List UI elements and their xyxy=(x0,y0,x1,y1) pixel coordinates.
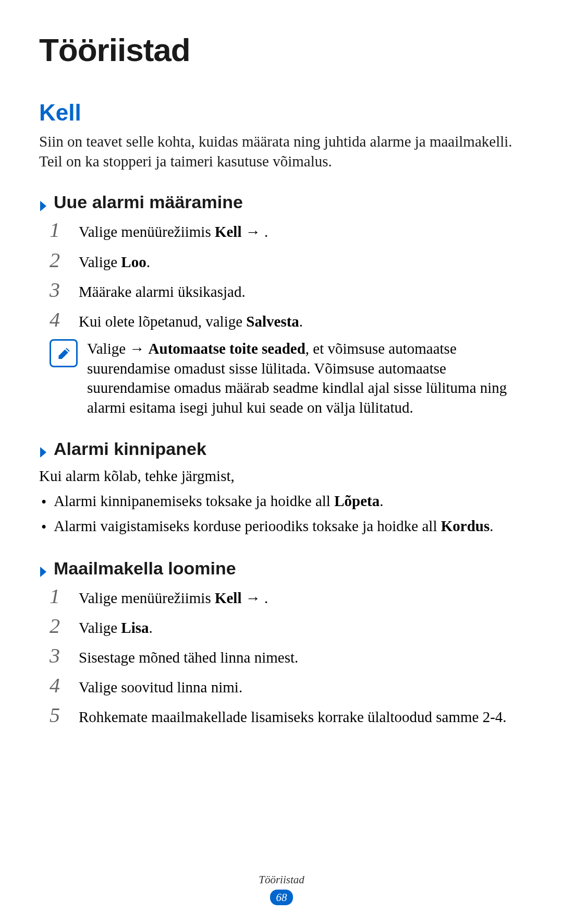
subsection-heading-text: Maailmakella loomine xyxy=(54,558,236,579)
bullet-text: Alarmi kinnipanemiseks toksake ja hoidke… xyxy=(54,491,524,511)
step-text: Sisestage mõned tähed linna nimest. xyxy=(79,645,524,668)
chevron-right-icon xyxy=(39,196,48,209)
step-item: 2 Valige Lisa. xyxy=(50,616,524,638)
step-item: 1 Valige menüürežiimis Kell → . xyxy=(50,220,524,242)
step-item: 1 Valige menüürežiimis Kell → . xyxy=(50,586,524,608)
bullet-list: • Alarmi kinnipanemiseks toksake ja hoid… xyxy=(41,491,524,537)
note-box: Valige → Automaatse toite seaded, et või… xyxy=(50,339,524,418)
subsection-heading-stop: Alarmi kinnipanek xyxy=(39,439,524,459)
step-number: 1 xyxy=(50,586,75,607)
step-item: 4 Valige soovitud linna nimi. xyxy=(50,675,524,698)
step-item: 3 Sisestage mõned tähed linna nimest. xyxy=(50,645,524,668)
step-number: 3 xyxy=(50,645,75,666)
step-number: 5 xyxy=(50,705,75,726)
step-number: 2 xyxy=(50,616,75,637)
step-item: 3 Määrake alarmi üksikasjad. xyxy=(50,280,524,302)
step-text: Valige soovitud linna nimi. xyxy=(79,675,524,698)
step-number: 1 xyxy=(50,220,75,241)
bullet-text: Alarmi vaigistamiseks korduse perioodiks… xyxy=(54,516,524,536)
step-text: Määrake alarmi üksikasjad. xyxy=(79,280,524,302)
step-text: Valige Lisa. xyxy=(79,616,524,638)
step-number: 2 xyxy=(50,250,75,271)
footer-label: Tööriistad xyxy=(0,873,563,886)
intro-text: Siin on teavet selle kohta, kuidas määra… xyxy=(39,132,524,171)
subsection-intro: Kui alarm kõlab, tehke järgmist, xyxy=(39,466,524,486)
chevron-right-icon xyxy=(39,442,48,455)
step-list-worldclock: 1 Valige menüürežiimis Kell → . 2 Valige… xyxy=(50,586,524,728)
bullet-dot-icon: • xyxy=(41,517,46,537)
section-heading: Kell xyxy=(39,100,524,126)
subsection-heading-text: Alarmi kinnipanek xyxy=(54,439,206,459)
bullet-item: • Alarmi kinnipanemiseks toksake ja hoid… xyxy=(41,491,524,512)
note-icon xyxy=(50,339,78,367)
step-item: 4 Kui olete lõpetanud, valige Salvesta. xyxy=(50,309,524,332)
step-number: 4 xyxy=(50,309,75,330)
chevron-right-icon xyxy=(39,562,48,574)
page-number: 68 xyxy=(270,890,293,905)
subsection-heading-text: Uue alarmi määramine xyxy=(54,192,243,212)
step-text: Rohkemate maailmakellade lisamiseks korr… xyxy=(79,705,524,727)
step-item: 2 Valige Loo. xyxy=(50,250,524,272)
bullet-dot-icon: • xyxy=(41,492,46,512)
step-text: Valige menüürežiimis Kell → . xyxy=(79,220,524,242)
subsection-heading-alarm: Uue alarmi määramine xyxy=(39,192,524,212)
step-text: Valige Loo. xyxy=(79,250,524,272)
subsection-heading-worldclock: Maailmakella loomine xyxy=(39,558,524,579)
step-text: Valige menüürežiimis Kell → . xyxy=(79,586,524,608)
note-text: Valige → Automaatse toite seaded, et või… xyxy=(87,339,524,418)
page-footer: Tööriistad 68 xyxy=(0,873,563,905)
step-text: Kui olete lõpetanud, valige Salvesta. xyxy=(79,309,524,332)
main-heading: Tööriistad xyxy=(39,31,524,68)
bullet-item: • Alarmi vaigistamiseks korduse perioodi… xyxy=(41,516,524,537)
step-list-alarm: 1 Valige menüürežiimis Kell → . 2 Valige… xyxy=(50,220,524,332)
step-number: 3 xyxy=(50,280,75,301)
step-item: 5 Rohkemate maailmakellade lisamiseks ko… xyxy=(50,705,524,727)
step-number: 4 xyxy=(50,675,75,696)
